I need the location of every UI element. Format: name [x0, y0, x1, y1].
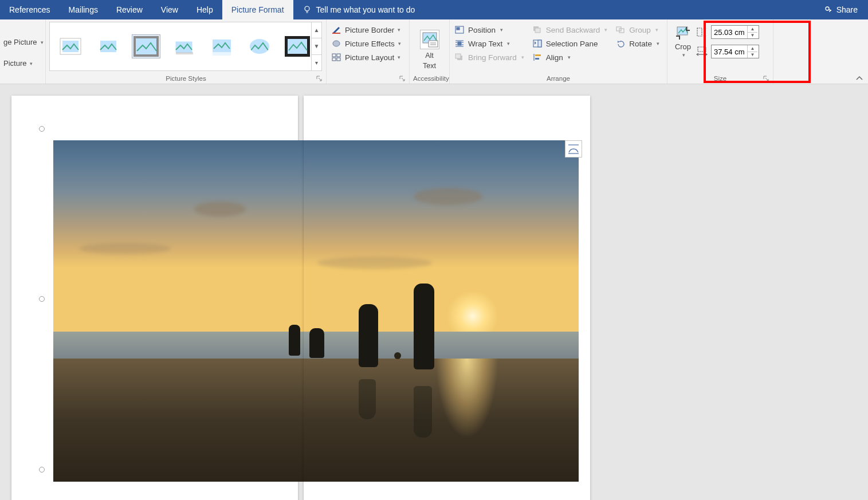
send-backward-button[interactable]: Send Backward ▾ [531, 24, 609, 36]
rotate-button[interactable]: Rotate ▾ [614, 38, 661, 49]
height-up-button[interactable]: ▲ [748, 26, 757, 32]
tab-references[interactable]: References [0, 0, 60, 19]
height-input[interactable] [712, 26, 747, 38]
height-down-button[interactable]: ▼ [748, 32, 757, 39]
gallery-down-button[interactable]: ▼ [312, 38, 321, 54]
svg-rect-37 [535, 28, 540, 33]
chevron-down-icon: ▾ [398, 54, 400, 60]
height-spinner[interactable]: ▲ ▼ [711, 25, 759, 39]
style-thumb-6[interactable] [246, 35, 273, 58]
svg-rect-8 [176, 52, 193, 54]
document-canvas[interactable] [0, 84, 868, 500]
height-icon [696, 26, 708, 38]
align-icon [532, 53, 543, 62]
format-picture-launcher[interactable] [399, 75, 406, 82]
wrap-text-icon [454, 39, 465, 48]
selection-pane-button[interactable]: Selection Pane [531, 38, 609, 49]
chevron-down-icon: ▾ [30, 61, 33, 66]
style-thumb-5[interactable] [208, 35, 235, 58]
share-label: Share [836, 5, 858, 14]
svg-rect-20 [337, 58, 340, 61]
svg-rect-15 [332, 33, 340, 34]
picture-styles-gallery[interactable]: ▲ ▼ ▾ [49, 22, 322, 71]
tab-view[interactable]: View [152, 0, 187, 19]
group-label-arrange: Arrange [453, 74, 663, 84]
size-launcher[interactable] [763, 75, 769, 82]
style-thumb-2[interactable] [95, 35, 122, 58]
style-thumb-7[interactable] [284, 35, 311, 58]
svg-rect-22 [429, 41, 438, 47]
selection-pane-label: Selection Pane [546, 40, 598, 48]
style-thumb-4[interactable] [170, 35, 198, 58]
group-size: Crop ▾ ▲ ▼ [667, 19, 773, 84]
picture-styles-launcher[interactable] [316, 75, 323, 82]
layout-options-button[interactable] [565, 140, 582, 158]
bring-forward-button[interactable]: Bring Forward ▾ [453, 52, 525, 63]
tell-me-label: Tell me what you want to do [316, 5, 415, 14]
selection-handle[interactable] [39, 296, 45, 302]
chevron-down-icon: ▾ [507, 41, 510, 46]
wrap-text-button[interactable]: Wrap Text ▾ [453, 38, 525, 49]
chevron-down-icon: ▾ [657, 41, 659, 46]
position-icon [454, 25, 465, 34]
collapse-ribbon-button[interactable] [855, 76, 863, 81]
rotate-icon [615, 39, 626, 48]
chevron-down-icon: ▾ [568, 54, 571, 60]
selection-handle[interactable] [39, 467, 45, 473]
wrap-text-label: Wrap Text [468, 40, 502, 48]
gallery-up-button[interactable]: ▲ [312, 22, 321, 38]
selection-handle[interactable] [39, 126, 45, 132]
gallery-scroll: ▲ ▼ ▾ [311, 22, 321, 70]
layout-icon [331, 53, 341, 62]
chevron-down-icon: ▾ [398, 41, 401, 46]
svg-rect-35 [455, 54, 461, 58]
inserted-picture-left[interactable] [53, 140, 309, 482]
width-up-button[interactable]: ▲ [748, 45, 757, 52]
tab-review[interactable]: Review [107, 0, 152, 19]
gallery-more-button[interactable]: ▾ [312, 54, 321, 70]
share-button[interactable]: Share [814, 0, 868, 19]
tab-strip: References Mailings Review View Help Pic… [0, 0, 868, 19]
tab-picture-format[interactable]: Picture Format [222, 0, 293, 19]
height-row: ▲ ▼ [696, 25, 759, 39]
style-thumb-1[interactable] [57, 35, 84, 58]
chevron-down-icon: ▾ [521, 54, 524, 60]
picture-layout-button[interactable]: Picture Layout ▾ [330, 52, 402, 63]
page-2 [304, 96, 590, 500]
group-accessibility: Alt Text Accessibility [410, 19, 450, 84]
tab-mailings[interactable]: Mailings [60, 0, 107, 19]
svg-rect-19 [332, 58, 336, 61]
position-button[interactable]: Position ▾ [453, 24, 525, 36]
chevron-down-icon: ▾ [682, 52, 685, 58]
page-1 [11, 96, 298, 500]
alt-text-button[interactable]: Alt Text [420, 30, 439, 70]
svg-rect-10 [213, 52, 231, 56]
svg-rect-26 [457, 27, 459, 30]
send-backward-icon [532, 25, 543, 34]
group-label-blank [3, 74, 42, 84]
width-down-button[interactable]: ▼ [748, 52, 757, 58]
svg-rect-17 [332, 54, 336, 57]
effects-icon [331, 39, 341, 48]
picture-effects-button[interactable]: Picture Effects ▾ [330, 38, 402, 49]
width-input[interactable] [712, 45, 747, 58]
reset-picture-button[interactable]: Picture ▾ [3, 59, 44, 68]
ribbon: ge Picture ▾ Picture ▾ [0, 19, 868, 84]
svg-rect-27 [458, 42, 461, 45]
picture-border-button[interactable]: Picture Border ▾ [330, 24, 402, 36]
inserted-picture-right[interactable] [304, 140, 579, 482]
tab-help[interactable]: Help [187, 0, 222, 19]
align-button[interactable]: Align ▾ [531, 52, 609, 63]
selection-pane-icon [532, 39, 543, 48]
tell-me-search[interactable]: Tell me what you want to do [293, 0, 425, 19]
group-button[interactable]: Group ▾ [614, 24, 661, 36]
crop-button[interactable]: Crop ▾ [674, 25, 692, 58]
group-label-accessibility: Accessibility [413, 74, 446, 84]
group-label-picture-styles: Picture Styles [49, 74, 323, 84]
change-picture-button[interactable]: ge Picture ▾ [3, 38, 44, 46]
width-spinner[interactable]: ▲ ▼ [711, 45, 759, 58]
alt-text-line2: Text [423, 62, 436, 70]
style-thumb-3[interactable] [132, 35, 160, 58]
send-backward-label: Send Backward [546, 26, 600, 34]
group-label-size: Size [671, 74, 769, 84]
